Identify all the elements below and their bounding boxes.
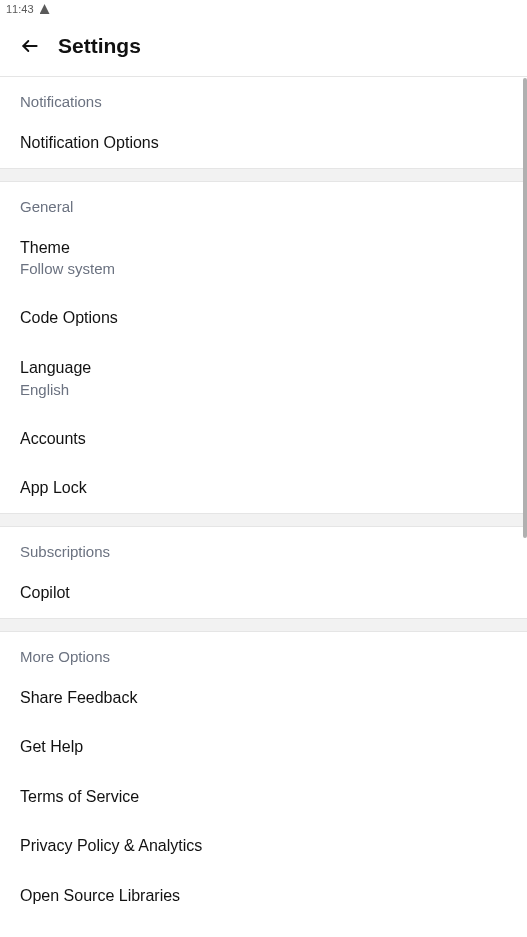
row-label: Open Source Libraries [20, 885, 507, 907]
back-icon[interactable] [20, 36, 40, 56]
row-share-feedback[interactable]: Share Feedback [0, 673, 527, 723]
row-label: Notification Options [20, 132, 507, 154]
section-gap [0, 618, 527, 632]
row-label: Get Help [20, 736, 507, 758]
section-title-general: General [0, 182, 527, 223]
row-label: Share Feedback [20, 687, 507, 709]
header: Settings [0, 18, 527, 76]
section-gap [0, 168, 527, 182]
row-accounts[interactable]: Accounts [0, 414, 527, 464]
row-label: Language [20, 357, 507, 379]
row-code-options[interactable]: Code Options [0, 293, 527, 343]
status-bar: 11:43 [0, 0, 527, 18]
row-get-help[interactable]: Get Help [0, 722, 527, 772]
row-theme[interactable]: Theme Follow system [0, 223, 527, 294]
row-label: Privacy Policy & Analytics [20, 835, 507, 857]
row-label: App Lock [20, 477, 507, 499]
row-label: Terms of Service [20, 786, 507, 808]
row-privacy-policy[interactable]: Privacy Policy & Analytics [0, 821, 527, 871]
row-value: Follow system [20, 259, 507, 279]
row-label: Accounts [20, 428, 507, 450]
page-title: Settings [58, 34, 141, 58]
row-app-lock[interactable]: App Lock [0, 463, 527, 513]
row-terms-of-service[interactable]: Terms of Service [0, 772, 527, 822]
section-title-subscriptions: Subscriptions [0, 527, 527, 568]
scroll-indicator[interactable] [523, 78, 527, 538]
row-label: Code Options [20, 307, 507, 329]
section-gap [0, 513, 527, 527]
row-label: Theme [20, 237, 507, 259]
row-notification-options[interactable]: Notification Options [0, 118, 527, 168]
notification-icon [40, 4, 50, 14]
status-time: 11:43 [6, 3, 34, 15]
row-value: English [20, 380, 507, 400]
row-language[interactable]: Language English [0, 343, 527, 414]
section-title-more: More Options [0, 632, 527, 673]
section-title-notifications: Notifications [0, 77, 527, 118]
row-copilot[interactable]: Copilot [0, 568, 527, 618]
row-open-source[interactable]: Open Source Libraries [0, 871, 527, 921]
row-label: Copilot [20, 582, 507, 604]
